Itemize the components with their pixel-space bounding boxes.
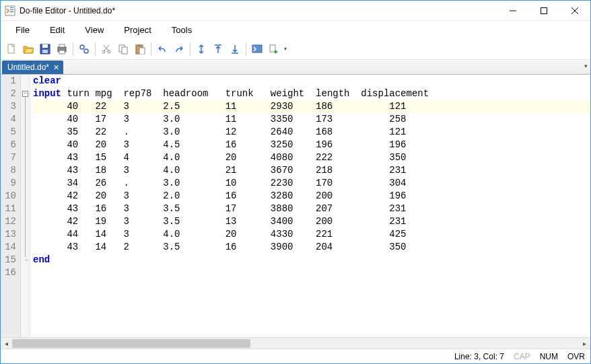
line-number: 3 xyxy=(2,100,18,113)
fold-gutter[interactable]: − xyxy=(21,75,30,337)
menubar: File Edit View Project Tools xyxy=(1,21,590,38)
line-number: 16 xyxy=(2,266,18,279)
svg-point-16 xyxy=(84,49,88,53)
line-number: 11 xyxy=(2,203,18,215)
svg-rect-14 xyxy=(59,50,65,54)
status-cap: CAP xyxy=(514,352,530,361)
svg-rect-1 xyxy=(10,7,13,8)
svg-rect-24 xyxy=(138,44,141,46)
tabstrip: Untitled.do* ✕ ▾ xyxy=(1,60,590,75)
status-ovr: OVR xyxy=(567,352,585,361)
line-number: 9 xyxy=(2,177,18,190)
scroll-thumb[interactable] xyxy=(12,339,250,348)
statusbar: Line: 3, Col: 7 CAP NUM OVR xyxy=(1,349,590,363)
close-button[interactable] xyxy=(559,1,590,21)
svg-rect-25 xyxy=(139,48,145,54)
run-dropdown-icon[interactable]: ▾ xyxy=(283,46,288,52)
line-number: 5 xyxy=(2,126,18,139)
menu-file[interactable]: File xyxy=(6,22,39,38)
redo-button[interactable] xyxy=(171,41,187,57)
print-button[interactable] xyxy=(54,41,70,57)
line-number: 14 xyxy=(2,241,18,254)
window: Do-file Editor - Untitled.do* File Edit … xyxy=(0,0,591,364)
svg-rect-10 xyxy=(42,44,48,48)
horizontal-scrollbar[interactable]: ◂ ▸ xyxy=(1,337,590,349)
status-linecol: Line: 3, Col: 7 xyxy=(454,352,504,361)
menu-tools[interactable]: Tools xyxy=(162,22,201,38)
save-button[interactable] xyxy=(37,41,53,57)
line-number: 2 xyxy=(2,87,18,100)
paste-button[interactable] xyxy=(132,41,148,57)
toggle-indent-button[interactable] xyxy=(193,41,209,57)
toolbar-separator xyxy=(190,42,190,56)
fold-toggle-icon[interactable]: − xyxy=(22,91,28,97)
find-button[interactable] xyxy=(76,41,92,57)
run-button[interactable] xyxy=(249,41,265,57)
fold-end xyxy=(25,260,28,260)
tab-untitled[interactable]: Untitled.do* ✕ xyxy=(2,61,63,74)
menu-view[interactable]: View xyxy=(75,22,113,38)
line-number: 1 xyxy=(2,75,18,87)
line-number-gutter: 12345678910111213141516 xyxy=(1,75,21,337)
toolbar-separator xyxy=(246,42,246,56)
maximize-button[interactable] xyxy=(528,1,559,21)
svg-rect-29 xyxy=(252,45,262,52)
svg-rect-2 xyxy=(10,9,13,10)
line-number: 7 xyxy=(2,151,18,164)
run-selection-button[interactable] xyxy=(266,41,282,57)
new-file-button[interactable] xyxy=(3,41,20,57)
scroll-track[interactable] xyxy=(12,338,579,349)
line-number: 6 xyxy=(2,139,18,151)
indent-button[interactable] xyxy=(227,41,243,57)
toolbar-separator xyxy=(73,42,73,56)
open-file-button[interactable] xyxy=(20,41,36,57)
svg-rect-5 xyxy=(541,7,547,13)
svg-line-20 xyxy=(104,45,108,50)
line-number: 12 xyxy=(2,215,18,228)
line-number: 15 xyxy=(2,254,18,266)
svg-line-19 xyxy=(104,45,109,50)
line-number: 13 xyxy=(2,228,18,241)
svg-point-17 xyxy=(102,50,105,53)
toolbar: ▾ xyxy=(1,38,590,60)
svg-rect-11 xyxy=(42,50,48,53)
svg-rect-8 xyxy=(8,44,14,53)
status-num: NUM xyxy=(540,352,558,361)
outdent-button[interactable] xyxy=(210,41,226,57)
cut-button[interactable] xyxy=(98,41,114,57)
minimize-button[interactable] xyxy=(497,1,528,21)
svg-point-15 xyxy=(80,45,84,49)
svg-rect-30 xyxy=(270,45,275,52)
toolbar-separator xyxy=(151,42,151,56)
undo-button[interactable] xyxy=(154,41,170,57)
code-area[interactable]: clear input turn mpg rep78 headroom trun… xyxy=(30,75,590,337)
svg-rect-13 xyxy=(59,44,65,47)
toolbar-separator xyxy=(95,42,96,56)
fold-line xyxy=(25,97,26,257)
line-number: 10 xyxy=(2,190,18,203)
menu-edit[interactable]: Edit xyxy=(40,22,74,38)
line-number: 8 xyxy=(2,164,18,177)
editor[interactable]: 12345678910111213141516 − clear input tu… xyxy=(1,75,590,337)
scroll-right-icon[interactable]: ▸ xyxy=(579,338,590,349)
svg-rect-22 xyxy=(122,47,127,54)
copy-button[interactable] xyxy=(115,41,131,57)
menu-project[interactable]: Project xyxy=(114,22,160,38)
tabstrip-dropdown-icon[interactable]: ▾ xyxy=(584,63,588,69)
titlebar: Do-file Editor - Untitled.do* xyxy=(1,1,590,21)
scroll-left-icon[interactable]: ◂ xyxy=(1,338,12,349)
tab-label: Untitled.do* xyxy=(7,63,49,72)
svg-rect-3 xyxy=(10,11,13,12)
svg-point-18 xyxy=(108,50,110,53)
app-icon xyxy=(5,5,15,16)
tab-close-icon[interactable]: ✕ xyxy=(53,63,59,72)
line-number: 4 xyxy=(2,113,18,126)
window-title: Do-file Editor - Untitled.do* xyxy=(20,6,497,15)
